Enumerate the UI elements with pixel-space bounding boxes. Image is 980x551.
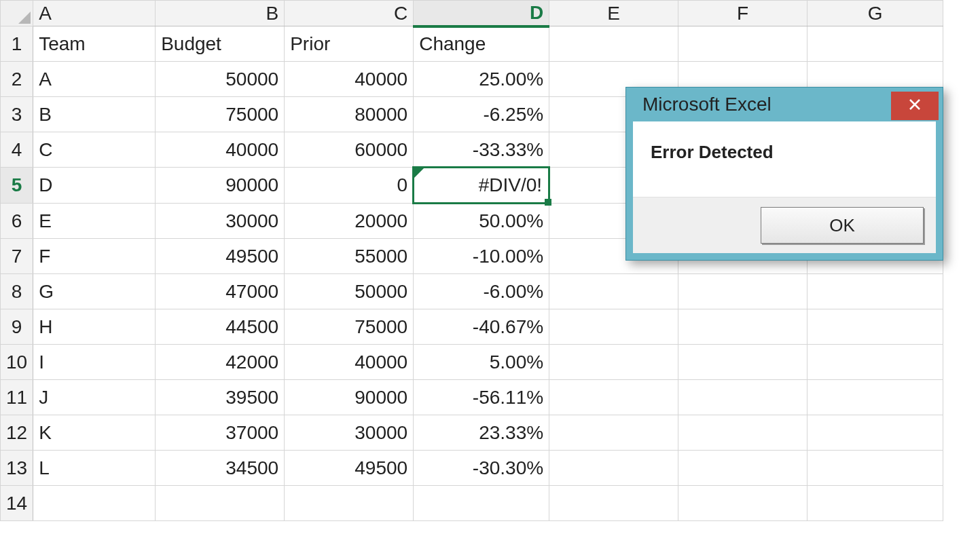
- cell-A10[interactable]: I: [33, 345, 156, 380]
- cell-E13[interactable]: [549, 451, 678, 486]
- cell-E14[interactable]: [549, 486, 678, 521]
- cell-E12[interactable]: [549, 415, 678, 451]
- cell-A6[interactable]: E: [33, 204, 156, 239]
- cell-C7[interactable]: 55000: [285, 239, 414, 274]
- cell-C6[interactable]: 20000: [285, 204, 414, 239]
- cell-C8[interactable]: 50000: [285, 274, 414, 309]
- cell-F1[interactable]: [678, 26, 807, 62]
- row-header-14[interactable]: 14: [1, 486, 33, 521]
- cell-A12[interactable]: K: [33, 415, 156, 451]
- cell-F12[interactable]: [678, 415, 807, 451]
- col-header-C[interactable]: C: [285, 1, 414, 26]
- cell-E9[interactable]: [549, 309, 678, 345]
- select-all-corner[interactable]: [1, 1, 33, 26]
- cell-C4[interactable]: 60000: [285, 132, 414, 168]
- cell-E10[interactable]: [549, 345, 678, 380]
- col-header-D[interactable]: D: [414, 1, 549, 26]
- cell-A7[interactable]: F: [33, 239, 156, 274]
- cell-A5[interactable]: D: [33, 168, 156, 204]
- col-header-E[interactable]: E: [549, 1, 678, 26]
- cell-G9[interactable]: [807, 309, 943, 345]
- cell-D1[interactable]: Change: [414, 26, 549, 62]
- cell-D8[interactable]: -6.00%: [414, 274, 549, 309]
- cell-E1[interactable]: [549, 26, 678, 62]
- row-header-1[interactable]: 1: [1, 26, 33, 62]
- cell-F14[interactable]: [678, 486, 807, 521]
- cell-C3[interactable]: 80000: [285, 97, 414, 132]
- cell-D3[interactable]: -6.25%: [414, 97, 549, 132]
- cell-F8[interactable]: [678, 274, 807, 309]
- cell-A2[interactable]: A: [33, 62, 156, 97]
- cell-B3[interactable]: 75000: [156, 97, 285, 132]
- cell-C14[interactable]: [285, 486, 414, 521]
- cell-G11[interactable]: [807, 380, 943, 415]
- cell-A9[interactable]: H: [33, 309, 156, 345]
- cell-F9[interactable]: [678, 309, 807, 345]
- row-header-10[interactable]: 10: [1, 345, 33, 380]
- row-header-9[interactable]: 9: [1, 309, 33, 345]
- row-header-3[interactable]: 3: [1, 97, 33, 132]
- cell-F10[interactable]: [678, 345, 807, 380]
- cell-B11[interactable]: 39500: [156, 380, 285, 415]
- cell-D12[interactable]: 23.33%: [414, 415, 549, 451]
- cell-D13[interactable]: -30.30%: [414, 451, 549, 486]
- cell-B12[interactable]: 37000: [156, 415, 285, 451]
- cell-B14[interactable]: [156, 486, 285, 521]
- cell-A11[interactable]: J: [33, 380, 156, 415]
- cell-F13[interactable]: [678, 451, 807, 486]
- cell-B9[interactable]: 44500: [156, 309, 285, 345]
- dialog-close-button[interactable]: [891, 92, 939, 120]
- cell-D9[interactable]: -40.67%: [414, 309, 549, 345]
- cell-D4[interactable]: -33.33%: [414, 132, 549, 168]
- cell-C9[interactable]: 75000: [285, 309, 414, 345]
- cell-A8[interactable]: G: [33, 274, 156, 309]
- row-header-5[interactable]: 5: [1, 168, 33, 204]
- dialog-titlebar[interactable]: Microsoft Excel: [626, 88, 943, 121]
- cell-D10[interactable]: 5.00%: [414, 345, 549, 380]
- cell-G14[interactable]: [807, 486, 943, 521]
- row-header-8[interactable]: 8: [1, 274, 33, 309]
- cell-C10[interactable]: 40000: [285, 345, 414, 380]
- cell-B2[interactable]: 50000: [156, 62, 285, 97]
- row-header-11[interactable]: 11: [1, 380, 33, 415]
- cell-B1[interactable]: Budget: [156, 26, 285, 62]
- cell-C2[interactable]: 40000: [285, 62, 414, 97]
- cell-G13[interactable]: [807, 451, 943, 486]
- cell-D7[interactable]: -10.00%: [414, 239, 549, 274]
- row-header-4[interactable]: 4: [1, 132, 33, 168]
- cell-A1[interactable]: Team: [33, 26, 156, 62]
- cell-G8[interactable]: [807, 274, 943, 309]
- row-header-13[interactable]: 13: [1, 451, 33, 486]
- cell-D2[interactable]: 25.00%: [414, 62, 549, 97]
- cell-C5[interactable]: 0: [285, 168, 414, 204]
- cell-G12[interactable]: [807, 415, 943, 451]
- cell-A13[interactable]: L: [33, 451, 156, 486]
- cell-A3[interactable]: B: [33, 97, 156, 132]
- col-header-B[interactable]: B: [156, 1, 285, 26]
- cell-D5[interactable]: #DIV/0!: [414, 168, 549, 204]
- cell-C12[interactable]: 30000: [285, 415, 414, 451]
- cell-D6[interactable]: 50.00%: [414, 204, 549, 239]
- cell-A14[interactable]: [33, 486, 156, 521]
- cell-B6[interactable]: 30000: [156, 204, 285, 239]
- cell-G10[interactable]: [807, 345, 943, 380]
- row-header-2[interactable]: 2: [1, 62, 33, 97]
- row-header-12[interactable]: 12: [1, 415, 33, 451]
- cell-A4[interactable]: C: [33, 132, 156, 168]
- cell-C13[interactable]: 49500: [285, 451, 414, 486]
- col-header-F[interactable]: F: [678, 1, 807, 26]
- cell-D11[interactable]: -56.11%: [414, 380, 549, 415]
- col-header-G[interactable]: G: [807, 1, 943, 26]
- cell-E11[interactable]: [549, 380, 678, 415]
- cell-B13[interactable]: 34500: [156, 451, 285, 486]
- cell-B8[interactable]: 47000: [156, 274, 285, 309]
- cell-C11[interactable]: 90000: [285, 380, 414, 415]
- row-header-7[interactable]: 7: [1, 239, 33, 274]
- col-header-A[interactable]: A: [33, 1, 156, 26]
- cell-B4[interactable]: 40000: [156, 132, 285, 168]
- spreadsheet-grid[interactable]: A B C D E F G 1 Team Budget Prior Change…: [0, 0, 943, 521]
- dialog-ok-button[interactable]: OK: [761, 207, 924, 244]
- cell-B5[interactable]: 90000: [156, 168, 285, 204]
- cell-E8[interactable]: [549, 274, 678, 309]
- cell-G1[interactable]: [807, 26, 943, 62]
